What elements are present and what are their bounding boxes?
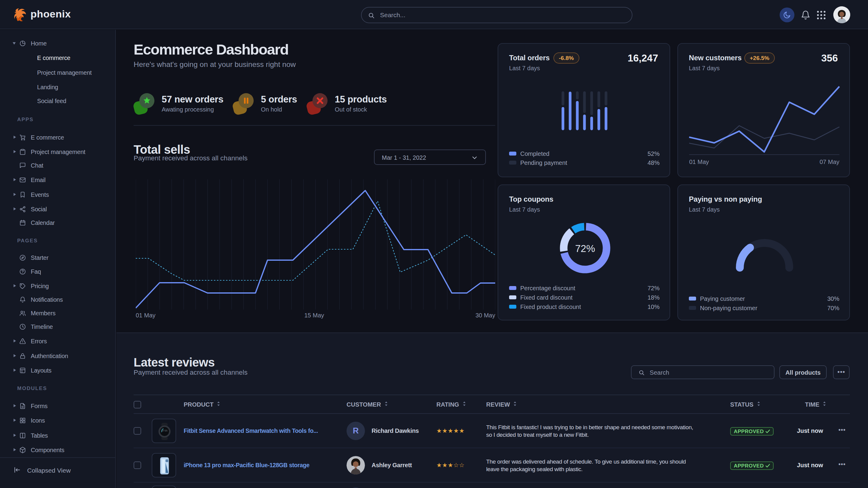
svg-text:17:21: 17:21 xyxy=(162,429,168,432)
